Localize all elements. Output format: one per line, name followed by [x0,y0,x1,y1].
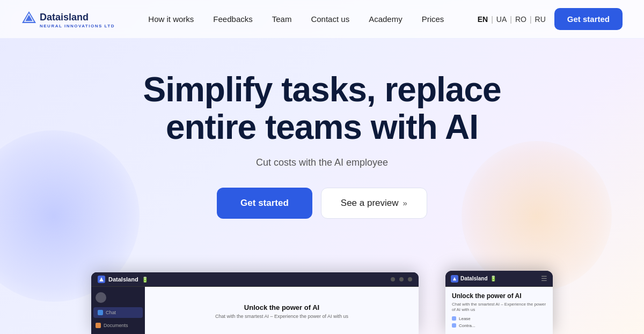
logo-area: Dataisland NEURAL INNOVATIONS LTD [21,10,115,28]
nav-contact-us[interactable]: Contact us [311,14,349,24]
hero-title-line2: entire teams with AI [166,108,478,146]
hero-buttons: Get started See a preview » [217,188,427,219]
nav-team[interactable]: Team [272,14,292,24]
sidebar-docs-item[interactable]: Documents [91,320,145,331]
desktop-titlebar-title: DataIsland 🔋 [98,276,148,283]
mobile-item-label-1: Lease [459,316,471,321]
lang-ro[interactable]: RO [515,15,526,24]
nav-academy[interactable]: Academy [369,14,402,24]
nav-prices[interactable]: Prices [422,14,444,24]
sidebar-chat-label: Chat [106,310,116,315]
mobile-titlebar: DataIsland 🔋 ☰ [445,271,553,287]
hero-see-preview-button[interactable]: See a preview » [321,188,427,219]
nav-feedbacks[interactable]: Feedbacks [213,14,252,24]
mobile-badge: 🔋 [490,276,496,281]
mobile-items: Lease Contra... [452,316,546,328]
lang-divider-2: | [510,15,512,24]
hero-get-started-button[interactable]: Get started [217,188,312,219]
nav-how-it-works[interactable]: How it works [148,14,194,24]
menu-dot-3 [408,277,412,281]
mockup-area: DataIsland 🔋 Chat Documents [91,270,553,334]
docs-dot-icon [96,323,101,328]
sidebar-docs-label: Documents [104,323,128,328]
mobile-titlebar-title: DataIsland 🔋 [451,275,496,283]
header-get-started-button[interactable]: Get started [554,8,623,30]
logo-icon [21,10,36,25]
hero-title: Simplify tasks, replace entire teams wit… [143,71,501,146]
header: Dataisland NEURAL INNOVATIONS LTD How it… [0,0,644,39]
chat-dot-icon [98,310,103,315]
desktop-main-sub: Chat with the smartest AI – Experience t… [215,314,348,319]
app-icon [98,276,105,283]
hero-subtitle: Cut costs with the AI employee [256,157,388,168]
svg-marker-2 [99,277,104,281]
mobile-mockup: DataIsland 🔋 ☰ Unlock the power of AI Ch… [445,271,553,334]
mobile-main-sub: Chat with the smartest AI – Experience t… [452,302,546,313]
mobile-item-1: Lease [452,316,546,321]
hero-section: Simplify tasks, replace entire teams wit… [0,39,644,219]
desktop-app-name: DataIsland [108,276,138,283]
desktop-titlebar: DataIsland 🔋 [91,272,419,287]
menu-dot-2 [399,277,404,281]
titlebar-menu [391,277,412,281]
desktop-mockup: DataIsland 🔋 Chat Documents [91,272,419,334]
hero-title-line1: Simplify tasks, replace [143,70,501,109]
lang-ru[interactable]: RU [535,15,546,24]
menu-dot-1 [391,277,395,281]
lang-ua[interactable]: UA [496,15,507,24]
svg-marker-3 [453,277,456,280]
mobile-content: Unlock the power of AI Chat with the sma… [445,287,553,334]
desktop-main-title: Unlock the power of AI [244,303,319,311]
lang-divider-3: | [530,15,532,24]
mobile-main-title: Unlock the power of AI [452,292,546,300]
user-avatar [96,292,106,303]
lang-en[interactable]: EN [478,15,488,24]
chevrons-icon: » [403,198,407,207]
desktop-badge: 🔋 [142,277,148,283]
sidebar-chat-item[interactable]: Chat [93,307,143,318]
logo-top: Dataisland [21,10,89,25]
logo-subtitle: NEURAL INNOVATIONS LTD [40,24,115,28]
mobile-item-label-2: Contra... [459,323,475,328]
desktop-sidebar: Chat Documents FAQ [91,287,145,334]
mobile-item-2: Contra... [452,323,546,328]
lang-divider-1: | [491,15,493,24]
sidebar-user [91,290,145,305]
desktop-main: Unlock the power of AI Chat with the sma… [145,287,419,334]
mobile-menu-icon: ☰ [541,274,547,283]
header-right: EN | UA | RO | RU Get started [478,8,623,30]
logo-name: Dataisland [40,12,89,23]
mobile-item-dot-1 [452,316,456,321]
see-preview-label: See a preview [341,198,399,209]
mobile-item-dot-2 [452,323,456,328]
main-nav: How it works Feedbacks Team Contact us A… [148,14,444,24]
lang-switcher: EN | UA | RO | RU [478,15,546,24]
mobile-app-icon [451,275,458,283]
mobile-app-name: DataIsland [460,276,488,281]
desktop-content: Chat Documents FAQ Unlock the power of A… [91,287,419,334]
